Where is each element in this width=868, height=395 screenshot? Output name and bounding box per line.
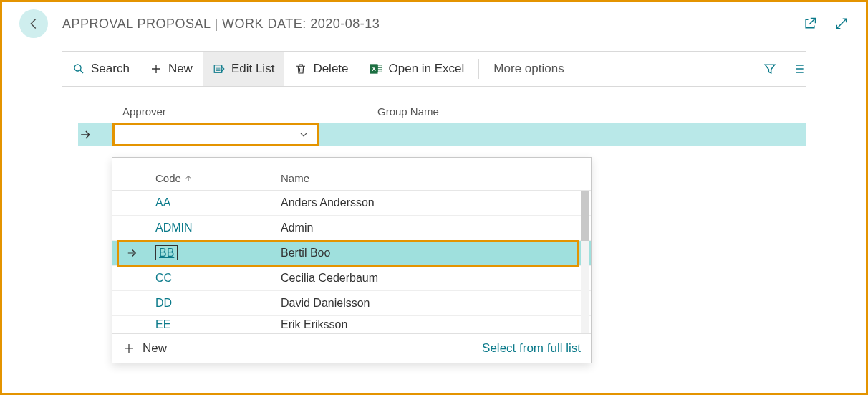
popout-button[interactable] xyxy=(803,16,817,31)
dropdown-scrollbar[interactable] xyxy=(581,191,589,333)
list-icon xyxy=(791,62,806,76)
arrow-left-icon xyxy=(26,16,42,32)
back-button[interactable] xyxy=(19,9,48,38)
dropdown-row-name: Admin xyxy=(281,222,591,234)
select-from-full-list-link[interactable]: Select from full list xyxy=(482,341,581,356)
dropdown-row-name: David Danielsson xyxy=(281,297,591,310)
dropdown-row[interactable]: CC Cecilia Cederbaum xyxy=(112,266,591,291)
header-actions xyxy=(803,16,849,31)
dropdown-new-button[interactable]: New xyxy=(122,341,167,356)
toolbar: Search New Edit List Delete X Open in Ex… xyxy=(62,51,806,87)
more-options-button[interactable]: More options xyxy=(483,52,574,86)
chevron-down-icon xyxy=(298,129,309,141)
dropdown-row-name: Bertil Boo xyxy=(281,247,591,260)
filter-icon xyxy=(763,62,777,76)
edit-list-label: Edit List xyxy=(231,62,274,76)
dropdown-rows: AA Anders Andersson ADMIN Admin BB Berti… xyxy=(112,191,591,333)
dropdown-row-code: AA xyxy=(155,196,281,209)
svg-rect-3 xyxy=(377,65,382,67)
dropdown-row[interactable]: AA Anders Andersson xyxy=(112,191,591,216)
trash-icon xyxy=(294,62,307,75)
excel-icon: X xyxy=(369,62,383,76)
page-header: APPROVAL PROPOSAL | WORK DATE: 2020-08-1… xyxy=(2,2,866,51)
svg-text:X: X xyxy=(372,65,376,72)
col-approver[interactable]: Approver xyxy=(105,105,377,118)
more-options-label: More options xyxy=(493,62,564,76)
filter-button[interactable] xyxy=(763,62,777,76)
plus-icon xyxy=(122,342,135,355)
popout-icon xyxy=(803,16,817,31)
dropdown-row-name: Erik Eriksson xyxy=(281,318,591,331)
open-in-excel-label: Open in Excel xyxy=(389,62,465,76)
dropdown-row-code: CC xyxy=(155,272,281,285)
dropdown-row[interactable]: DD David Danielsson xyxy=(112,291,591,316)
arrow-right-icon xyxy=(78,128,92,142)
list-view-button[interactable] xyxy=(791,62,806,76)
dropdown-row-code: DD xyxy=(155,297,281,310)
svg-rect-4 xyxy=(377,67,382,70)
page-title: APPROVAL PROPOSAL | WORK DATE: 2020-08-1… xyxy=(62,16,803,32)
search-button[interactable]: Search xyxy=(62,52,140,86)
dropdown-row[interactable]: ADMIN Admin xyxy=(112,216,591,241)
plus-icon xyxy=(150,62,163,75)
expand-icon xyxy=(834,16,849,31)
new-button[interactable]: New xyxy=(140,52,203,86)
dropdown-new-label: New xyxy=(143,341,167,356)
dropdown-row-code: BB xyxy=(155,247,281,260)
grid-column-headers: Approver Group Name xyxy=(62,105,806,123)
edit-list-button[interactable]: Edit List xyxy=(203,52,284,86)
dropdown-footer: New Select from full list xyxy=(112,333,591,363)
svg-rect-5 xyxy=(377,70,382,72)
dropdown-row-code: EE xyxy=(155,318,281,331)
dropdown-col-code[interactable]: Code xyxy=(155,172,281,184)
new-label: New xyxy=(168,62,193,76)
edit-list-icon xyxy=(213,62,226,75)
row-indicator xyxy=(78,128,112,142)
search-icon xyxy=(72,62,85,75)
dropdown-col-name[interactable]: Name xyxy=(281,172,582,184)
svg-point-0 xyxy=(74,65,81,71)
delete-label: Delete xyxy=(313,62,348,76)
active-grid-row xyxy=(78,123,806,146)
dropdown-row[interactable]: EE Erik Eriksson xyxy=(112,316,591,333)
dropdown-row-code: ADMIN xyxy=(155,222,281,234)
dropdown-header: Code Name xyxy=(112,158,591,191)
delete-button[interactable]: Delete xyxy=(284,52,358,86)
arrow-right-icon xyxy=(125,247,138,260)
scrollbar-thumb[interactable] xyxy=(581,191,589,241)
dropdown-col-code-label: Code xyxy=(155,172,181,184)
open-in-excel-button[interactable]: X Open in Excel xyxy=(359,52,475,86)
dropdown-row-selected[interactable]: BB Bertil Boo xyxy=(112,241,591,266)
dropdown-row-name: Cecilia Cederbaum xyxy=(281,272,591,285)
approver-lookup-input[interactable] xyxy=(112,123,319,146)
col-group-name[interactable]: Group Name xyxy=(377,105,806,118)
sort-asc-icon xyxy=(184,174,193,183)
toolbar-separator xyxy=(478,59,479,79)
approver-lookup-dropdown: Code Name AA Anders Andersson ADMIN Admi… xyxy=(112,157,592,363)
expand-button[interactable] xyxy=(834,16,849,31)
dropdown-row-name: Anders Andersson xyxy=(281,196,591,209)
search-label: Search xyxy=(91,62,130,76)
